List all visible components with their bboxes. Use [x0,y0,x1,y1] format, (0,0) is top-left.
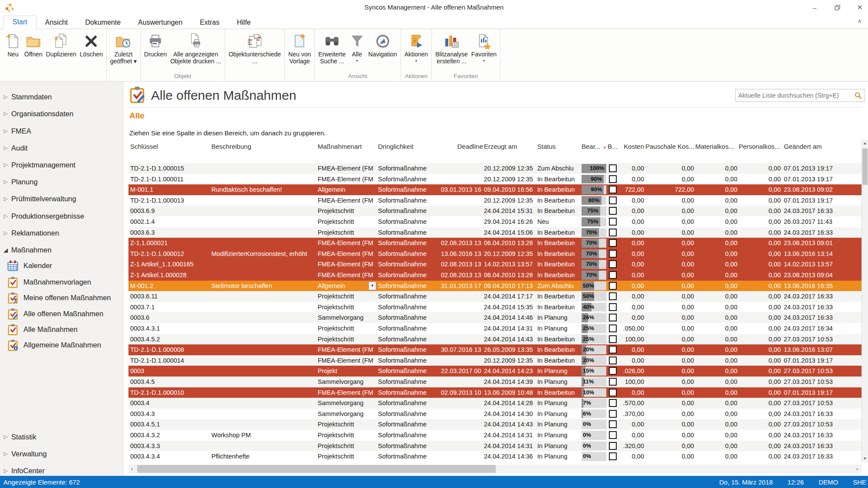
sidebar-item-prüfmittelverwaltung[interactable]: ▷Prüfmittelverwaltung [0,192,123,205]
sidebar-item-organisationsdaten[interactable]: ▷Organisationsdaten [0,107,123,120]
table-row-0003.4[interactable]: 0003.4SammelvorgangSofortmaßnahme24.04.2… [128,398,861,409]
row-checkbox[interactable] [609,250,617,258]
row-checkbox[interactable] [609,282,617,290]
sidebar-item-meine-offenen-ma-nahmen[interactable]: Meine offenen Maßnahmen [0,291,123,304]
tab-extras[interactable]: Extras [191,16,228,29]
row-checkbox[interactable] [609,452,617,460]
column-header-status[interactable]: Status [537,140,581,154]
tree-collapsed-icon[interactable]: ▷ [0,94,11,100]
sidebar-item-audit[interactable]: ▷Audit [0,141,123,154]
scroll-down-icon[interactable]: ▼ [862,456,868,461]
column-header-beschreibung[interactable]: Beschreibung [211,140,316,154]
row-checkbox[interactable] [609,378,617,386]
minimize-button[interactable]: – [809,2,820,13]
table-row-0002.1.4[interactable]: 0002.1.4ProjektschrittSofortmaßnahme29.0… [128,216,861,227]
row-checkbox[interactable] [609,346,617,354]
table-row-0003.4.5.2[interactable]: 0003.4.5.2ProjektschrittSofortmaßnahme24… [128,334,861,345]
row-checkbox[interactable] [609,399,617,407]
row-checkbox[interactable] [609,260,617,268]
tree-collapsed-icon[interactable]: ▷ [0,451,11,457]
column-header-pauschale[interactable]: Pauschale Kos... [645,140,694,154]
table-row-TD-2.1-D.1.000014[interactable]: TD-2.1-D.1.000014FMEA-Element (FMSofortm… [128,355,861,366]
tab-auswertungen[interactable]: Auswertungen [129,16,191,29]
sidebar-item-statistik[interactable]: ▷Statistik [0,430,123,443]
sidebar-item-planung[interactable]: ▷Planung [0,175,123,188]
row-checkbox[interactable] [609,335,617,343]
close-button[interactable]: ✕ [854,2,865,13]
table-row-0003.6.9[interactable]: 0003.6.9ProjektschrittSofortmaßnahme24.0… [128,206,861,216]
table-row-0003.4.3.4[interactable]: 0003.4.3.4PflichtenhefteProjektschrittSo… [128,451,861,462]
tree-collapsed-icon[interactable]: ▷ [0,179,11,185]
sidebar-item-reklamationen[interactable]: ▷Reklamationen [0,226,123,239]
ribbon-button-favoriten[interactable]: Favoriten▾ [470,30,498,72]
column-header-material[interactable]: Materialkos... [695,140,737,154]
sidebar-item-infocenter[interactable]: ▷InfoCenter [0,464,123,477]
tree-collapsed-icon[interactable]: ▷ [0,213,11,219]
table-row-TD-2.1-D.1.000011[interactable]: TD-2.1-D.1.000011FMEA-Element (FMSofortm… [128,174,861,185]
sidebar-item-ma-nahmenvorlagen[interactable]: Maßnahmenvorlagen [0,275,123,288]
row-checkbox[interactable] [609,442,617,450]
ribbon-button-löschen[interactable]: Löschen [78,30,105,72]
tab-ansicht[interactable]: Ansicht [36,16,76,29]
table-row-0003.7.1[interactable]: 0003.7.1ProjektschrittSofortmaßnahme24.0… [128,302,861,313]
tree-collapsed-icon[interactable]: ▷ [0,162,11,168]
sidebar-item-alle-offenen-ma-nahmen[interactable]: Alle offenen Maßnahmen [0,307,123,320]
cell-dropdown-button[interactable]: ▼ [368,282,376,291]
row-checkbox[interactable] [609,389,617,396]
row-checkbox[interactable] [609,431,617,439]
sidebar-item-produktionsergebnisse[interactable]: ▷Produktionsergebnisse [0,210,123,223]
table-row-TD-2.1-D.1.000015[interactable]: TD-2.1-D.1.000015FMEA-Element (FMSofortm… [128,163,861,174]
tree-collapsed-icon[interactable]: ▷ [0,111,11,117]
table-row-0003.4.3.2[interactable]: 0003.4.3.2Workshop PMProjektschrittSofor… [128,430,861,441]
table-row-0003.4.3[interactable]: 0003.4.3SammelvorgangSofortmaßnahme24.04… [128,409,861,419]
table-row-TD-2.1-D.1.000008[interactable]: TD-2.1-D.1.000008FMEA-Element (FMSofortm… [128,344,861,355]
table-row-0003.4.3.1[interactable]: 0003.4.3.1ProjektschrittSofortmaßnahme24… [128,323,861,334]
ribbon-button-navigation[interactable]: Navigation [367,30,399,72]
row-checkbox[interactable] [609,420,617,428]
ribbon-button-drucken[interactable]: Drucken [142,30,168,72]
sidebar-item-ma-nahmen[interactable]: ◢Maßnahmen [0,243,123,256]
tree-collapsed-icon[interactable]: ▷ [0,145,11,151]
column-header-personal[interactable]: Personalkos... [739,140,781,154]
tree-collapsed-icon[interactable]: ▷ [0,230,11,236]
row-checkbox[interactable] [609,357,617,364]
horizontal-scrollbar[interactable]: ‹ › [128,465,861,473]
tab-dokumente[interactable]: Dokumente [76,16,129,29]
sidebar-item-fmea[interactable]: ▷FMEA [0,124,123,138]
table-row-M-001.2[interactable]: M-001.2Stellmotor beschaffenAllgemein▼So… [128,281,861,291]
column-header-geaendert[interactable]: Geändert am [784,140,837,154]
column-header-kosten[interactable]: Kosten [619,140,644,154]
column-header-schluessel[interactable]: Schlüssel [130,140,210,154]
table-row-0003.4.5[interactable]: 0003.4.5SammelvorgangSofortmaßnahme24.04… [128,377,861,387]
row-checkbox[interactable] [609,207,617,215]
ribbon-button-duplizieren[interactable]: Duplizieren [44,30,78,72]
ribbon-button-erweiterte-suche[interactable]: Erweiterte Suche ... [316,30,347,72]
ribbon-button-öffnen[interactable]: Öffnen [23,30,44,72]
ribbon-button-alle-angezeigten-objekte-drucken[interactable]: Alle angezeigten Objekte drucken ... [168,30,223,72]
table-row-0003.6[interactable]: 0003.6SammelvorgangSofortmaßnahme24.04.2… [128,312,861,323]
horizontal-scroll-thumb[interactable] [137,465,496,473]
table-row-TD-2.1-D.1.000010[interactable]: TD-2.1-D.1.000010FMEA-Element (FMSofortm… [128,387,861,398]
row-checkbox[interactable] [609,186,617,193]
scroll-right-icon[interactable]: › [854,465,861,473]
ribbon-button-neu-von-vorlage[interactable]: Neu von Vorlage [286,30,312,72]
row-checkbox[interactable] [609,410,617,418]
tab-start[interactable]: Start [3,16,36,29]
table-row-TD-2.1-D.1.000013[interactable]: TD-2.1-D.1.000013FMEA-Element (FMSofortm… [128,195,861,206]
ribbon-button-neu[interactable]: Neu [3,30,23,72]
row-checkbox[interactable] [609,367,617,375]
table-row-0003.6.3[interactable]: 0003.6.3ProjektschrittSofortmaßnahme24.0… [128,227,861,238]
sidebar-item-allgemeine-ma-nahmen[interactable]: Allgemeine Maßnahmen [0,338,123,351]
search-input[interactable] [736,92,852,99]
tree-collapsed-icon[interactable]: ▷ [0,128,11,134]
table-row-Z-1 Artikel.1.000028[interactable]: Z-1 Artikel.1.000028FMEA-Element (FMSofo… [128,270,861,281]
row-checkbox[interactable] [609,239,617,247]
row-checkbox[interactable] [609,218,617,226]
tree-collapsed-icon[interactable]: ▷ [0,196,11,202]
search-icon[interactable] [852,92,864,99]
ribbon-button-zuletzt-geöffnet[interactable]: Zuletzt geöffnet ▾ [108,30,138,72]
column-header-bear[interactable]: Bear...∨ [582,140,606,154]
tree-collapsed-icon[interactable]: ▷ [0,434,11,440]
ribbon-collapse-icon[interactable]: ∧ [858,17,862,24]
row-checkbox[interactable] [609,292,617,300]
